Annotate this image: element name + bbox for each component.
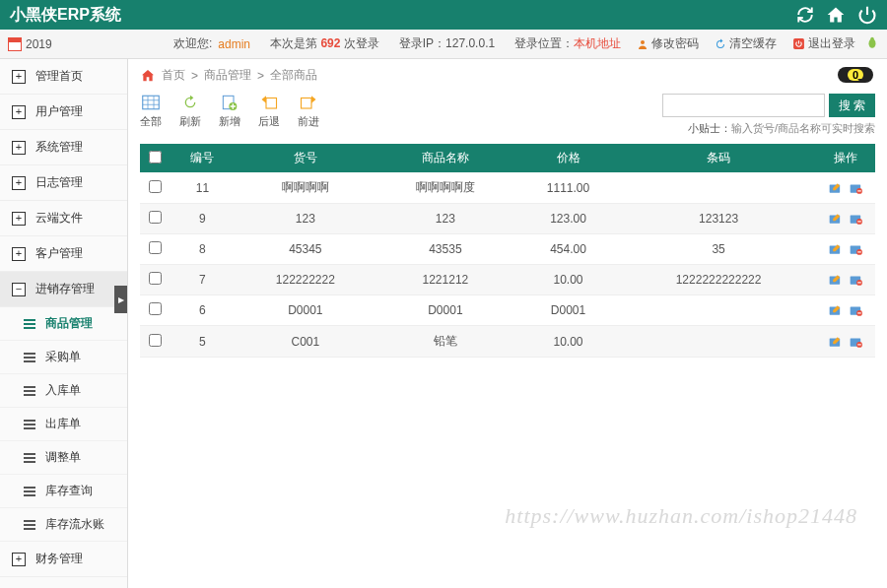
cell-id: 8 <box>170 234 236 265</box>
sidebar-sub-adjust[interactable]: 调整单 <box>0 441 127 475</box>
sidebar-sub-label: 入库单 <box>45 382 81 399</box>
notification-bubble[interactable]: 0 <box>838 67 873 83</box>
table-row: 7 122222222 1221212 10.00 1222222222222 <box>140 265 875 295</box>
edit-icon[interactable] <box>828 242 843 256</box>
breadcrumb-home[interactable]: 首页 <box>162 67 185 84</box>
row-checkbox[interactable] <box>149 241 162 254</box>
tool-refresh[interactable]: 刷新 <box>179 94 201 129</box>
sidebar-item-logs[interactable]: +日志管理 <box>0 165 127 201</box>
sidebar-sub-purchase[interactable]: 采购单 <box>0 341 127 374</box>
forward-icon <box>299 94 318 111</box>
tool-all[interactable]: 全部 <box>140 94 162 129</box>
delete-icon[interactable] <box>849 242 863 256</box>
cell-sku: D0001 <box>236 295 375 326</box>
sidebar-item-cloud[interactable]: +云端文件 <box>0 201 127 236</box>
sidebar-sub-inbound[interactable]: 入库单 <box>0 374 127 408</box>
tool-forward[interactable]: 前进 <box>298 94 319 129</box>
tool-back[interactable]: 后退 <box>258 94 280 129</box>
sidebar-item-dashboard[interactable]: +管理首页 <box>0 59 127 95</box>
search-input[interactable] <box>662 94 825 117</box>
cell-id: 6 <box>170 295 236 326</box>
cell-name: 啊啊啊啊度 <box>375 172 515 204</box>
sidebar-item-customers[interactable]: +客户管理 <box>0 236 127 272</box>
grid-icon <box>141 94 161 111</box>
date-text: 2019 <box>26 37 52 51</box>
edit-icon[interactable] <box>828 181 843 195</box>
cell-id: 9 <box>170 204 236 234</box>
sidebar-sub-label: 出库单 <box>45 416 81 432</box>
sidebar: +管理首页 +用户管理 +系统管理 +日志管理 +云端文件 +客户管理 −进销存… <box>0 59 128 588</box>
sidebar-sub-stockflow[interactable]: 库存流水账 <box>0 508 127 542</box>
sidebar-sub-outbound[interactable]: 出库单 <box>0 408 127 441</box>
breadcrumb-sep: > <box>191 69 198 83</box>
delete-icon[interactable] <box>849 181 863 195</box>
admin-name[interactable]: admin <box>218 37 250 51</box>
power-small-icon <box>792 37 805 50</box>
edit-icon[interactable] <box>828 273 843 287</box>
refresh-icon[interactable] <box>796 6 814 24</box>
sidebar-item-finance[interactable]: +财务管理 <box>0 542 127 577</box>
sidebar-sub-label: 商品管理 <box>45 315 93 332</box>
sidebar-item-inventory[interactable]: −进销存管理 <box>0 272 127 307</box>
sidebar-item-users[interactable]: +用户管理 <box>0 95 127 130</box>
col-ops: 操作 <box>816 144 875 172</box>
row-checkbox[interactable] <box>149 180 162 193</box>
sidebar-item-aftersale[interactable]: +售后管理 <box>0 577 127 588</box>
bug-icon[interactable] <box>865 35 879 52</box>
sidebar-item-label: 客户管理 <box>35 245 83 262</box>
delete-icon[interactable] <box>849 335 863 349</box>
cell-barcode: 35 <box>621 234 816 265</box>
tool-add[interactable]: 新增 <box>219 94 240 129</box>
row-checkbox[interactable] <box>149 272 162 285</box>
svg-point-0 <box>641 40 645 44</box>
change-password-link[interactable]: 修改密码 <box>637 35 699 52</box>
logout-link[interactable]: 退出登录 <box>792 35 855 52</box>
cell-barcode: 123123 <box>621 204 816 234</box>
row-checkbox[interactable] <box>149 334 162 347</box>
sidebar-item-label: 进销存管理 <box>35 281 95 297</box>
main-content: 首页 > 商品管理 > 全部商品 0 全部 刷新 新增 <box>128 59 887 588</box>
welcome-label: 欢迎您: <box>173 35 212 52</box>
cell-barcode <box>621 172 816 204</box>
cell-id: 7 <box>170 265 236 295</box>
sidebar-sub-products[interactable]: 商品管理 <box>0 307 127 341</box>
delete-icon[interactable] <box>849 303 863 317</box>
select-all-checkbox[interactable] <box>149 151 162 163</box>
delete-icon[interactable] <box>849 273 863 287</box>
clear-cache-link[interactable]: 清空缓存 <box>715 35 777 52</box>
cell-price: 10.00 <box>515 326 621 358</box>
svg-rect-12 <box>302 98 312 109</box>
sidebar-sub-label: 库存查询 <box>45 483 93 499</box>
edit-icon[interactable] <box>828 303 843 317</box>
delete-icon[interactable] <box>849 212 863 226</box>
row-checkbox[interactable] <box>149 302 162 315</box>
minus-icon: − <box>12 283 26 296</box>
sidebar-item-system[interactable]: +系统管理 <box>0 130 127 165</box>
sidebar-item-label: 用户管理 <box>35 103 83 120</box>
breadcrumb: 首页 > 商品管理 > 全部商品 <box>140 67 875 84</box>
back-icon <box>259 94 279 111</box>
refresh-tool-icon <box>180 94 200 111</box>
row-checkbox[interactable] <box>149 211 162 224</box>
home-icon[interactable] <box>826 5 846 25</box>
col-name: 商品名称 <box>375 144 515 172</box>
sidebar-sub-stockquery[interactable]: 库存查询 <box>0 475 127 508</box>
refresh-small-icon <box>715 38 726 50</box>
plus-icon: + <box>12 247 26 261</box>
table-row: 9 123 123 123.00 123123 <box>140 204 875 234</box>
cell-price: D0001 <box>515 295 621 326</box>
svg-rect-4 <box>143 96 160 109</box>
edit-icon[interactable] <box>828 335 843 349</box>
products-table: 编号 货号 商品名称 价格 条码 操作 11 啊啊啊啊 啊啊啊啊度 1111.0… <box>140 144 875 358</box>
search-button[interactable]: 搜 索 <box>829 94 875 117</box>
cell-barcode: 1222222222222 <box>621 265 816 295</box>
edit-icon[interactable] <box>828 212 843 226</box>
cell-barcode <box>621 326 816 358</box>
power-icon[interactable] <box>857 5 877 25</box>
svg-rect-11 <box>266 98 277 109</box>
home-small-icon <box>140 68 156 84</box>
sidebar-collapse-toggle[interactable]: ▸ <box>114 286 128 313</box>
breadcrumb-l1[interactable]: 商品管理 <box>204 67 251 84</box>
plus-icon: + <box>12 70 26 84</box>
plus-icon: + <box>12 105 26 119</box>
